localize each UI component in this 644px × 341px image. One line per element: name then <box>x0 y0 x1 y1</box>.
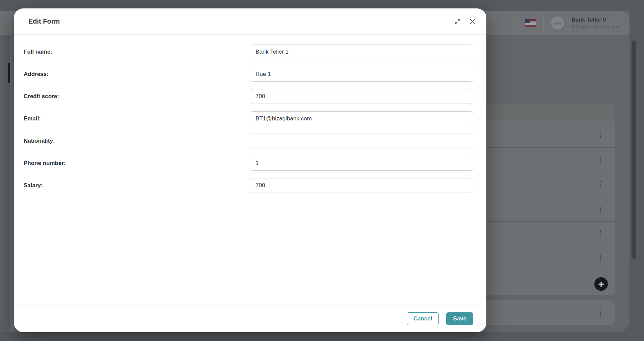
avatar[interactable]: BA <box>551 17 564 29</box>
user-name: Bank Teller 0 <box>571 17 620 23</box>
kebab-menu-icon[interactable] <box>598 229 603 238</box>
nationality-label: Nationality: <box>24 138 250 144</box>
modal-footer: Cancel Save <box>14 305 486 332</box>
edit-form-modal: Edit Form Full name: Address: <box>14 8 486 332</box>
add-record-fab[interactable]: + <box>594 277 608 291</box>
us-flag-icon[interactable] <box>525 19 536 27</box>
address-label: Address: <box>24 71 250 78</box>
header-divider <box>543 13 544 32</box>
save-button[interactable]: Save <box>446 312 473 325</box>
kebab-menu-icon[interactable] <box>598 155 603 164</box>
user-email: BT0@bizagibank.com <box>571 24 620 29</box>
phone-number-field[interactable] <box>250 156 473 171</box>
kebab-menu-icon[interactable] <box>598 308 603 317</box>
address-field[interactable] <box>250 67 473 82</box>
credit-score-label: Credit score: <box>24 93 250 100</box>
sidebar-active-indicator <box>8 63 10 83</box>
expand-icon[interactable] <box>453 17 462 26</box>
email-label: Email: <box>24 115 250 122</box>
edit-form: Full name: Address: Credit score: Email:… <box>14 35 486 197</box>
kebab-menu-icon[interactable] <box>598 205 603 214</box>
credit-score-field[interactable] <box>250 89 473 104</box>
kebab-menu-icon[interactable] <box>598 130 603 139</box>
phone-number-label: Phone number: <box>24 160 250 167</box>
full-name-field[interactable] <box>250 45 473 59</box>
salary-label: Salary: <box>24 182 250 189</box>
form-row-nationality: Nationality: <box>24 130 473 152</box>
form-row-full-name: Full name: <box>24 41 473 63</box>
modal-header: Edit Form <box>14 8 486 35</box>
user-menu[interactable]: BA Bank Teller 0 BT0@bizagibank.com <box>525 13 620 32</box>
modal-title: Edit Form <box>28 18 60 25</box>
email-field[interactable] <box>250 111 473 126</box>
kebab-menu-icon[interactable] <box>598 180 603 189</box>
form-row-phone-number: Phone number: <box>24 152 473 174</box>
sidebar-edge <box>10 35 14 332</box>
nationality-field[interactable] <box>250 134 473 148</box>
form-row-salary: Salary: <box>24 174 473 197</box>
close-icon[interactable] <box>468 17 477 26</box>
cancel-button[interactable]: Cancel <box>407 312 439 325</box>
form-row-credit-score: Credit score: <box>24 85 473 108</box>
form-row-address: Address: <box>24 63 473 85</box>
scrollbar-thumb[interactable] <box>632 40 636 259</box>
full-name-label: Full name: <box>24 49 250 55</box>
kebab-menu-icon[interactable] <box>598 254 603 263</box>
form-row-email: Email: <box>24 108 473 130</box>
salary-field[interactable] <box>250 178 473 193</box>
